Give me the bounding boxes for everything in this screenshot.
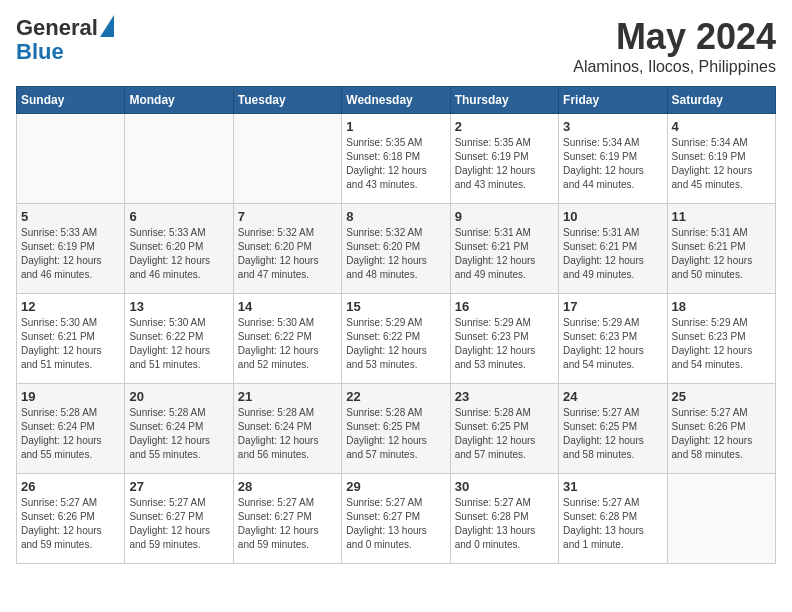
day-info: Sunrise: 5:30 AM Sunset: 6:21 PM Dayligh… xyxy=(21,316,120,372)
calendar-cell: 3Sunrise: 5:34 AM Sunset: 6:19 PM Daylig… xyxy=(559,114,667,204)
day-number: 19 xyxy=(21,389,120,404)
day-info: Sunrise: 5:28 AM Sunset: 6:25 PM Dayligh… xyxy=(455,406,554,462)
calendar-cell xyxy=(17,114,125,204)
calendar-week-1: 1Sunrise: 5:35 AM Sunset: 6:18 PM Daylig… xyxy=(17,114,776,204)
location-title: Alaminos, Ilocos, Philippines xyxy=(573,58,776,76)
day-info: Sunrise: 5:27 AM Sunset: 6:25 PM Dayligh… xyxy=(563,406,662,462)
weekday-header-sunday: Sunday xyxy=(17,87,125,114)
calendar-cell: 10Sunrise: 5:31 AM Sunset: 6:21 PM Dayli… xyxy=(559,204,667,294)
calendar-cell: 25Sunrise: 5:27 AM Sunset: 6:26 PM Dayli… xyxy=(667,384,775,474)
calendar-cell: 6Sunrise: 5:33 AM Sunset: 6:20 PM Daylig… xyxy=(125,204,233,294)
calendar-cell: 5Sunrise: 5:33 AM Sunset: 6:19 PM Daylig… xyxy=(17,204,125,294)
day-number: 8 xyxy=(346,209,445,224)
weekday-header-thursday: Thursday xyxy=(450,87,558,114)
day-number: 20 xyxy=(129,389,228,404)
day-number: 5 xyxy=(21,209,120,224)
day-info: Sunrise: 5:32 AM Sunset: 6:20 PM Dayligh… xyxy=(238,226,337,282)
day-number: 16 xyxy=(455,299,554,314)
day-info: Sunrise: 5:31 AM Sunset: 6:21 PM Dayligh… xyxy=(455,226,554,282)
logo-blue: Blue xyxy=(16,39,64,64)
day-info: Sunrise: 5:29 AM Sunset: 6:23 PM Dayligh… xyxy=(563,316,662,372)
calendar-cell: 9Sunrise: 5:31 AM Sunset: 6:21 PM Daylig… xyxy=(450,204,558,294)
day-number: 10 xyxy=(563,209,662,224)
day-number: 27 xyxy=(129,479,228,494)
day-number: 11 xyxy=(672,209,771,224)
day-number: 6 xyxy=(129,209,228,224)
calendar-cell: 1Sunrise: 5:35 AM Sunset: 6:18 PM Daylig… xyxy=(342,114,450,204)
day-info: Sunrise: 5:27 AM Sunset: 6:28 PM Dayligh… xyxy=(455,496,554,552)
calendar-cell: 14Sunrise: 5:30 AM Sunset: 6:22 PM Dayli… xyxy=(233,294,341,384)
day-info: Sunrise: 5:27 AM Sunset: 6:27 PM Dayligh… xyxy=(238,496,337,552)
day-number: 12 xyxy=(21,299,120,314)
day-info: Sunrise: 5:27 AM Sunset: 6:28 PM Dayligh… xyxy=(563,496,662,552)
calendar-cell: 12Sunrise: 5:30 AM Sunset: 6:21 PM Dayli… xyxy=(17,294,125,384)
page-header: General Blue May 2024 Alaminos, Ilocos, … xyxy=(16,16,776,76)
calendar-cell: 17Sunrise: 5:29 AM Sunset: 6:23 PM Dayli… xyxy=(559,294,667,384)
weekday-header-saturday: Saturday xyxy=(667,87,775,114)
day-info: Sunrise: 5:27 AM Sunset: 6:27 PM Dayligh… xyxy=(346,496,445,552)
day-number: 7 xyxy=(238,209,337,224)
day-info: Sunrise: 5:30 AM Sunset: 6:22 PM Dayligh… xyxy=(238,316,337,372)
weekday-header-row: SundayMondayTuesdayWednesdayThursdayFrid… xyxy=(17,87,776,114)
calendar-week-2: 5Sunrise: 5:33 AM Sunset: 6:19 PM Daylig… xyxy=(17,204,776,294)
day-number: 22 xyxy=(346,389,445,404)
calendar-cell: 31Sunrise: 5:27 AM Sunset: 6:28 PM Dayli… xyxy=(559,474,667,564)
day-number: 28 xyxy=(238,479,337,494)
day-info: Sunrise: 5:33 AM Sunset: 6:19 PM Dayligh… xyxy=(21,226,120,282)
day-number: 9 xyxy=(455,209,554,224)
day-info: Sunrise: 5:28 AM Sunset: 6:24 PM Dayligh… xyxy=(21,406,120,462)
calendar-cell: 2Sunrise: 5:35 AM Sunset: 6:19 PM Daylig… xyxy=(450,114,558,204)
title-block: May 2024 Alaminos, Ilocos, Philippines xyxy=(573,16,776,76)
logo-triangle-icon xyxy=(100,15,114,37)
day-number: 1 xyxy=(346,119,445,134)
day-info: Sunrise: 5:28 AM Sunset: 6:24 PM Dayligh… xyxy=(238,406,337,462)
day-number: 17 xyxy=(563,299,662,314)
day-number: 18 xyxy=(672,299,771,314)
day-info: Sunrise: 5:29 AM Sunset: 6:22 PM Dayligh… xyxy=(346,316,445,372)
month-title: May 2024 xyxy=(573,16,776,58)
calendar-cell: 20Sunrise: 5:28 AM Sunset: 6:24 PM Dayli… xyxy=(125,384,233,474)
calendar-cell: 4Sunrise: 5:34 AM Sunset: 6:19 PM Daylig… xyxy=(667,114,775,204)
weekday-header-friday: Friday xyxy=(559,87,667,114)
calendar-cell xyxy=(667,474,775,564)
calendar-table: SundayMondayTuesdayWednesdayThursdayFrid… xyxy=(16,86,776,564)
day-info: Sunrise: 5:31 AM Sunset: 6:21 PM Dayligh… xyxy=(563,226,662,282)
calendar-cell: 13Sunrise: 5:30 AM Sunset: 6:22 PM Dayli… xyxy=(125,294,233,384)
calendar-cell: 28Sunrise: 5:27 AM Sunset: 6:27 PM Dayli… xyxy=(233,474,341,564)
weekday-header-tuesday: Tuesday xyxy=(233,87,341,114)
day-number: 15 xyxy=(346,299,445,314)
calendar-cell: 19Sunrise: 5:28 AM Sunset: 6:24 PM Dayli… xyxy=(17,384,125,474)
day-number: 13 xyxy=(129,299,228,314)
day-info: Sunrise: 5:33 AM Sunset: 6:20 PM Dayligh… xyxy=(129,226,228,282)
calendar-cell: 21Sunrise: 5:28 AM Sunset: 6:24 PM Dayli… xyxy=(233,384,341,474)
day-info: Sunrise: 5:27 AM Sunset: 6:26 PM Dayligh… xyxy=(21,496,120,552)
calendar-cell: 26Sunrise: 5:27 AM Sunset: 6:26 PM Dayli… xyxy=(17,474,125,564)
weekday-header-monday: Monday xyxy=(125,87,233,114)
calendar-cell: 23Sunrise: 5:28 AM Sunset: 6:25 PM Dayli… xyxy=(450,384,558,474)
day-number: 3 xyxy=(563,119,662,134)
calendar-cell: 15Sunrise: 5:29 AM Sunset: 6:22 PM Dayli… xyxy=(342,294,450,384)
day-info: Sunrise: 5:30 AM Sunset: 6:22 PM Dayligh… xyxy=(129,316,228,372)
day-info: Sunrise: 5:27 AM Sunset: 6:26 PM Dayligh… xyxy=(672,406,771,462)
day-number: 24 xyxy=(563,389,662,404)
calendar-week-3: 12Sunrise: 5:30 AM Sunset: 6:21 PM Dayli… xyxy=(17,294,776,384)
day-number: 31 xyxy=(563,479,662,494)
day-number: 14 xyxy=(238,299,337,314)
day-info: Sunrise: 5:29 AM Sunset: 6:23 PM Dayligh… xyxy=(455,316,554,372)
calendar-cell: 22Sunrise: 5:28 AM Sunset: 6:25 PM Dayli… xyxy=(342,384,450,474)
calendar-cell: 24Sunrise: 5:27 AM Sunset: 6:25 PM Dayli… xyxy=(559,384,667,474)
calendar-cell: 18Sunrise: 5:29 AM Sunset: 6:23 PM Dayli… xyxy=(667,294,775,384)
calendar-cell: 30Sunrise: 5:27 AM Sunset: 6:28 PM Dayli… xyxy=(450,474,558,564)
day-info: Sunrise: 5:28 AM Sunset: 6:25 PM Dayligh… xyxy=(346,406,445,462)
calendar-cell: 27Sunrise: 5:27 AM Sunset: 6:27 PM Dayli… xyxy=(125,474,233,564)
day-info: Sunrise: 5:34 AM Sunset: 6:19 PM Dayligh… xyxy=(563,136,662,192)
day-info: Sunrise: 5:31 AM Sunset: 6:21 PM Dayligh… xyxy=(672,226,771,282)
logo-general: General xyxy=(16,16,98,40)
day-info: Sunrise: 5:35 AM Sunset: 6:18 PM Dayligh… xyxy=(346,136,445,192)
calendar-week-4: 19Sunrise: 5:28 AM Sunset: 6:24 PM Dayli… xyxy=(17,384,776,474)
day-number: 4 xyxy=(672,119,771,134)
day-info: Sunrise: 5:34 AM Sunset: 6:19 PM Dayligh… xyxy=(672,136,771,192)
calendar-cell: 7Sunrise: 5:32 AM Sunset: 6:20 PM Daylig… xyxy=(233,204,341,294)
calendar-cell xyxy=(233,114,341,204)
day-info: Sunrise: 5:27 AM Sunset: 6:27 PM Dayligh… xyxy=(129,496,228,552)
